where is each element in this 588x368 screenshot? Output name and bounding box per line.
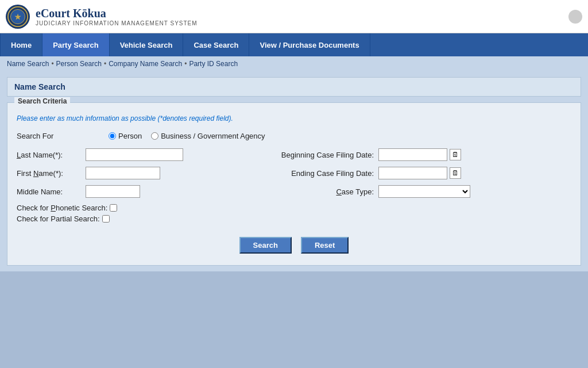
- fieldset-legend: Search Criteria: [14, 97, 70, 105]
- form-columns: Last Name(*): First Name(*): Middle Name…: [17, 148, 571, 225]
- radio-business[interactable]: [151, 132, 158, 140]
- middle-name-input[interactable]: [86, 185, 140, 198]
- last-name-row: Last Name(*):: [17, 148, 258, 161]
- radio-person[interactable]: [109, 132, 116, 140]
- subnav-party-id-search[interactable]: Party ID Search: [189, 60, 238, 68]
- form-col-right: Beginning Case Filing Date: 🗓 Ending Cas…: [275, 148, 571, 225]
- search-for-row: Search For Person Business / Government …: [17, 132, 571, 140]
- page-title: Name Search: [7, 77, 581, 97]
- subnav-sep-2: •: [104, 60, 106, 68]
- radio-person-text: Person: [118, 132, 142, 140]
- partial-label: Check for Partial Search:: [17, 214, 100, 223]
- ending-date-input[interactable]: [378, 167, 447, 179]
- nav-party-search[interactable]: Party Search: [42, 33, 110, 56]
- subnav-sep-1: •: [51, 60, 53, 68]
- beginning-date-label: Beginning Case Filing Date:: [275, 151, 378, 159]
- beginning-date-input[interactable]: [378, 148, 447, 161]
- nav-home[interactable]: Home: [0, 33, 42, 56]
- first-name-row: First Name(*):: [17, 167, 258, 179]
- search-button[interactable]: Search: [239, 237, 292, 254]
- subnav-sep-3: •: [184, 60, 187, 68]
- beginning-date-row: Beginning Case Filing Date: 🗓: [275, 148, 571, 161]
- app-logo: ★: [6, 5, 30, 29]
- phonetic-checkbox[interactable]: [110, 204, 117, 212]
- nav-case-search[interactable]: Case Search: [183, 33, 249, 56]
- hint-text: Please enter as much information as poss…: [17, 114, 571, 122]
- partial-checkbox[interactable]: [102, 215, 110, 223]
- middle-name-label: Middle Name:: [17, 187, 86, 196]
- radio-person-label[interactable]: Person: [109, 132, 142, 140]
- app-title: eCourt Kōkua: [36, 7, 198, 20]
- subnav-person-search[interactable]: Person Search: [56, 60, 102, 68]
- last-name-label: Last Name(*):: [17, 151, 86, 159]
- search-criteria-box: Search Criteria Please enter as much inf…: [7, 102, 581, 266]
- svg-text:★: ★: [14, 13, 21, 21]
- nav-vehicle-search[interactable]: Vehicle Search: [110, 33, 184, 56]
- search-for-label: Search For: [17, 132, 109, 140]
- last-name-input[interactable]: [86, 148, 183, 161]
- case-type-label: Case Type:: [275, 187, 378, 196]
- middle-name-row: Middle Name:: [17, 185, 258, 198]
- subnav-company-search[interactable]: Company Name Search: [109, 60, 182, 68]
- form-col-left: Last Name(*): First Name(*): Middle Name…: [17, 148, 258, 225]
- button-row: Search Reset: [17, 237, 571, 254]
- app-subtitle: Judiciary Information Management System: [36, 20, 198, 26]
- partial-row: Check for Partial Search:: [17, 214, 258, 223]
- radio-group: Person Business / Government Agency: [109, 132, 265, 140]
- case-type-select[interactable]: [378, 185, 470, 198]
- app-title-group: eCourt Kōkua Judiciary Information Manag…: [36, 7, 198, 26]
- header-right-icon: [568, 10, 582, 24]
- first-name-input[interactable]: [86, 167, 160, 179]
- main-navbar: Home Party Search Vehicle Search Case Se…: [0, 33, 588, 56]
- nav-view-purchase[interactable]: View / Purchase Documents: [249, 33, 370, 56]
- phonetic-label: Check for Phonetic Search:: [17, 204, 107, 212]
- ending-date-label: Ending Case Filing Date:: [275, 169, 378, 178]
- phonetic-row: Check for Phonetic Search:: [17, 204, 258, 212]
- ending-date-calendar-icon[interactable]: 🗓: [450, 167, 461, 179]
- first-name-label: First Name(*):: [17, 169, 86, 178]
- subnav-name-search[interactable]: Name Search: [7, 60, 49, 68]
- sub-navbar: Name Search • Person Search • Company Na…: [0, 56, 588, 71]
- main-content: Name Search Search Criteria Please enter…: [0, 71, 588, 271]
- radio-business-text: Business / Government Agency: [161, 132, 265, 140]
- app-header: ★ eCourt Kōkua Judiciary Information Man…: [0, 0, 588, 33]
- radio-business-label[interactable]: Business / Government Agency: [151, 132, 265, 140]
- case-type-row: Case Type:: [275, 185, 571, 198]
- reset-button[interactable]: Reset: [301, 237, 349, 254]
- beginning-date-calendar-icon[interactable]: 🗓: [450, 149, 461, 160]
- ending-date-row: Ending Case Filing Date: 🗓: [275, 167, 571, 179]
